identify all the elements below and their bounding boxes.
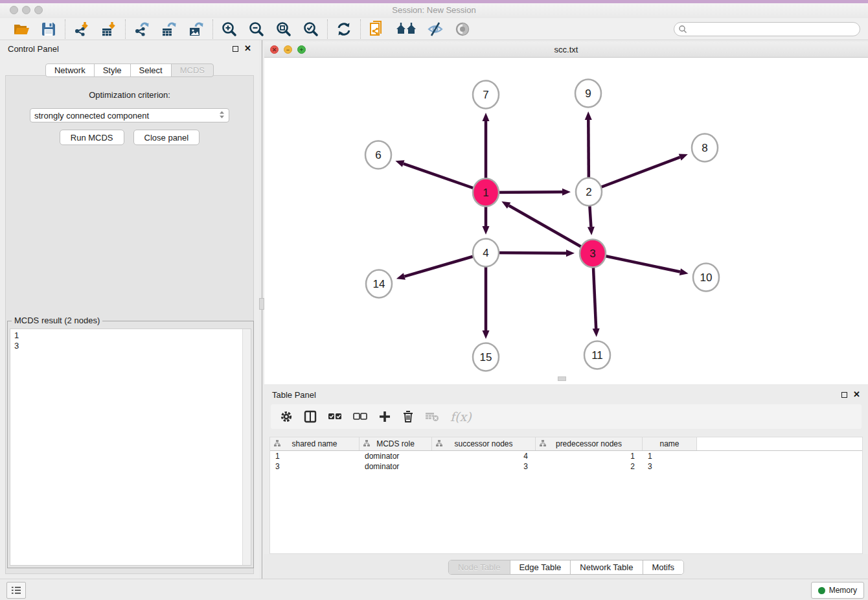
tab-node-table[interactable]: Node Table bbox=[449, 560, 510, 574]
mcds-result-item[interactable]: 1 bbox=[10, 330, 251, 341]
export-image-icon[interactable] bbox=[187, 20, 205, 38]
task-history-button[interactable] bbox=[6, 582, 26, 599]
tab-network-table[interactable]: Network Table bbox=[570, 560, 642, 574]
network-search-field[interactable] bbox=[674, 22, 860, 36]
cell-predecessor-nodes[interactable]: 1 bbox=[536, 452, 643, 461]
cell-shared-name[interactable]: 1 bbox=[270, 452, 360, 461]
column-header-name[interactable]: name bbox=[643, 437, 697, 450]
graph-node-1[interactable]: 1 bbox=[473, 179, 499, 207]
svg-text:2: 2 bbox=[586, 186, 591, 198]
zoom-fit-icon[interactable] bbox=[275, 20, 293, 38]
main-titlebar: Session: New Session bbox=[0, 3, 868, 18]
control-panel-title: Control Panel bbox=[8, 44, 59, 54]
graph-node-2[interactable]: 2 bbox=[576, 178, 602, 206]
tab-style[interactable]: Style bbox=[94, 63, 131, 77]
deselect-all-icon[interactable] bbox=[353, 412, 367, 421]
graph-node-14[interactable]: 14 bbox=[366, 270, 392, 298]
network-splitter-handle[interactable] bbox=[558, 376, 566, 381]
graph-node-10[interactable]: 10 bbox=[693, 264, 719, 292]
cell-name[interactable]: 3 bbox=[643, 462, 697, 471]
tab-motifs[interactable]: Motifs bbox=[642, 560, 683, 574]
export-table-icon[interactable] bbox=[160, 20, 178, 38]
graph-node-6[interactable]: 6 bbox=[365, 141, 391, 169]
control-panel-tabs: NetworkStyleSelectMCDS bbox=[0, 63, 259, 77]
cell-successor-nodes[interactable]: 3 bbox=[432, 462, 536, 471]
graph-node-11[interactable]: 11 bbox=[584, 341, 610, 369]
mcds-result-list[interactable]: 13 bbox=[10, 329, 251, 566]
column-header-MCDS-role[interactable]: MCDS role bbox=[360, 437, 432, 450]
edge-arrowhead bbox=[593, 329, 600, 337]
node-table[interactable]: shared nameMCDS rolesuccessor nodesprede… bbox=[269, 437, 863, 554]
edge-arrowhead bbox=[483, 330, 490, 339]
column-header-predecessor-nodes[interactable]: predecessor nodes bbox=[536, 437, 643, 450]
close-panel-icon[interactable]: ✕ bbox=[244, 45, 251, 52]
select-all-icon[interactable] bbox=[328, 412, 342, 421]
delete-row-icon[interactable] bbox=[402, 410, 414, 423]
zoom-in-icon[interactable] bbox=[220, 20, 238, 38]
save-session-icon[interactable] bbox=[40, 20, 58, 38]
import-table-icon[interactable] bbox=[100, 20, 118, 38]
refresh-layout-icon[interactable] bbox=[335, 20, 353, 38]
import-network-icon[interactable] bbox=[73, 20, 91, 38]
network-window-titlebar: ✕ − + scc.txt bbox=[264, 42, 868, 58]
graph-node-8[interactable]: 8 bbox=[692, 134, 718, 162]
vertical-splitter[interactable] bbox=[259, 40, 264, 579]
column-header-successor-nodes[interactable]: successor nodes bbox=[432, 437, 536, 450]
first-neighbors-icon[interactable] bbox=[395, 20, 417, 38]
network-graph: 7968124314101511 bbox=[264, 58, 868, 381]
tab-edge-table[interactable]: Edge Table bbox=[509, 560, 570, 574]
export-network-icon[interactable] bbox=[133, 20, 151, 38]
run-mcds-button[interactable]: Run MCDS bbox=[60, 130, 124, 145]
clone-network-icon[interactable] bbox=[368, 20, 386, 38]
tab-select[interactable]: Select bbox=[130, 63, 172, 77]
network-view-window: ✕ − + scc.txt 7968124314101511 bbox=[264, 42, 868, 384]
optimization-criterion-select[interactable]: strongly connected component bbox=[30, 108, 229, 122]
scrollbar-track[interactable] bbox=[242, 329, 251, 565]
tab-network[interactable]: Network bbox=[45, 63, 95, 77]
tab-mcds[interactable]: MCDS bbox=[171, 63, 214, 77]
application-window: Session: New Session bbox=[0, 0, 868, 600]
svg-text:9: 9 bbox=[585, 87, 591, 100]
graph-node-3[interactable]: 3 bbox=[580, 240, 606, 268]
search-input[interactable] bbox=[687, 24, 860, 34]
column-header-label: shared name bbox=[291, 439, 337, 448]
float-panel-icon[interactable] bbox=[233, 46, 238, 52]
svg-text:3: 3 bbox=[589, 248, 595, 260]
cell-MCDS-role[interactable]: dominator bbox=[360, 462, 432, 471]
cell-predecessor-nodes[interactable]: 2 bbox=[536, 462, 643, 471]
show-graphics-details-icon[interactable] bbox=[453, 20, 472, 38]
graph-node-7[interactable]: 7 bbox=[473, 81, 499, 109]
mcds-result-item[interactable]: 3 bbox=[10, 341, 251, 351]
column-header-label: name bbox=[659, 439, 679, 448]
edge-2-8[interactable] bbox=[589, 157, 680, 192]
hide-graphics-details-icon[interactable] bbox=[426, 20, 444, 38]
table-row[interactable]: 3dominator323 bbox=[270, 461, 862, 472]
splitter-handle[interactable] bbox=[259, 298, 264, 310]
graph-node-4[interactable]: 4 bbox=[473, 239, 499, 267]
edge-arrowhead bbox=[679, 154, 688, 160]
graph-node-15[interactable]: 15 bbox=[473, 343, 499, 371]
open-session-icon[interactable] bbox=[12, 20, 30, 38]
column-header-shared-name[interactable]: shared name bbox=[270, 437, 360, 450]
cell-MCDS-role[interactable]: dominator bbox=[360, 452, 432, 461]
zoom-out-icon[interactable] bbox=[247, 20, 266, 38]
edge-3-1[interactable] bbox=[509, 205, 593, 253]
memory-button[interactable]: Memory bbox=[811, 582, 864, 599]
column-visibility-icon[interactable] bbox=[304, 410, 317, 423]
close-panel-button[interactable]: Close panel bbox=[133, 130, 200, 145]
mcds-result-groupbox: MCDS result (2 nodes) 13 bbox=[7, 321, 254, 568]
close-panel-icon[interactable]: ✕ bbox=[853, 391, 860, 398]
table-row[interactable]: 1dominator411 bbox=[270, 451, 862, 461]
network-canvas[interactable]: 7968124314101511 bbox=[264, 58, 868, 381]
delete-table-icon bbox=[425, 411, 439, 422]
memory-status-icon bbox=[818, 587, 825, 594]
cell-name[interactable]: 1 bbox=[643, 452, 697, 461]
graph-node-9[interactable]: 9 bbox=[575, 80, 601, 108]
zoom-selected-icon[interactable] bbox=[302, 20, 320, 38]
edge-arrowhead bbox=[396, 273, 405, 280]
cell-successor-nodes[interactable]: 4 bbox=[432, 452, 536, 461]
settings-gear-icon[interactable] bbox=[280, 410, 293, 423]
cell-shared-name[interactable]: 3 bbox=[270, 462, 360, 471]
add-row-icon[interactable] bbox=[378, 410, 391, 423]
float-panel-icon[interactable] bbox=[841, 392, 847, 398]
